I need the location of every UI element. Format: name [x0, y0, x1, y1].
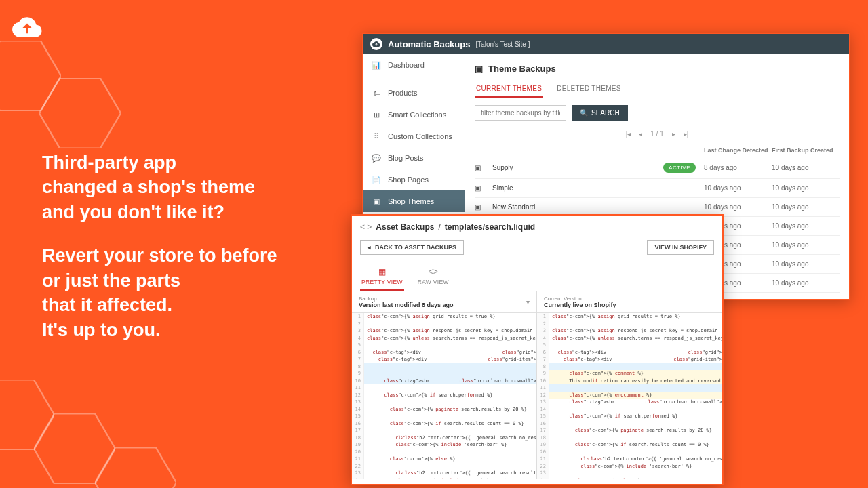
- first-backup: 10 days ago: [772, 279, 840, 287]
- sidebar-item-dashboard[interactable]: 📊Dashboard: [363, 54, 465, 76]
- sidebar-item-blog-posts[interactable]: 💬Blog Posts: [363, 147, 465, 169]
- storefront-icon: ▣: [475, 64, 483, 74]
- backup-pane-header[interactable]: Backup Version last modified 8 days ago …: [352, 291, 536, 313]
- pager-first-icon[interactable]: |◂: [626, 130, 631, 138]
- chevron-down-icon[interactable]: ▾: [526, 298, 530, 306]
- sidebar-item-label: Dashboard: [388, 61, 425, 69]
- svg-marker-3: [34, 413, 115, 483]
- nav-icon: 🏷: [372, 88, 381, 98]
- pager-next-icon[interactable]: ▸: [672, 130, 675, 138]
- svg-marker-0: [0, 41, 61, 110]
- table-row[interactable]: ▣Simple10 days ago10 days ago: [475, 178, 840, 197]
- sidebar-item-custom-collections[interactable]: ⠿Custom Collections: [363, 125, 465, 147]
- sidebar-item-shop-themes[interactable]: ▣Shop Themes: [363, 190, 465, 212]
- sidebar-item-label: Custom Collections: [388, 132, 452, 140]
- first-backup: 10 days ago: [772, 184, 840, 192]
- search-input[interactable]: [475, 105, 566, 121]
- pager-page: 1 / 1: [650, 130, 663, 138]
- first-backup: 10 days ago: [772, 222, 840, 230]
- theme-name: New Standard: [492, 203, 704, 211]
- site-name: [Talon's Test Site ]: [475, 41, 530, 48]
- nav-icon: 📄: [372, 175, 381, 184]
- pager-last-icon[interactable]: ▸|: [684, 130, 689, 138]
- titlebar: Automatic Backups [Talon's Test Site ]: [363, 34, 849, 54]
- sidebar-item-smart-collections[interactable]: ⊞Smart Collections: [363, 104, 465, 125]
- image-icon: ▦: [378, 267, 386, 277]
- sidebar-item-label: Smart Collections: [388, 110, 446, 119]
- page-title: ▣ Theme Backups: [475, 61, 840, 81]
- tab-current-themes[interactable]: CURRENT THEMES: [475, 81, 543, 98]
- cloud-upload-icon: [370, 38, 382, 50]
- sidebar-item-label: Shop Pages: [388, 176, 429, 184]
- sidebar-item-products[interactable]: 🏷Products: [363, 82, 465, 104]
- last-change: 10 days ago: [704, 184, 772, 192]
- first-backup: 10 days ago: [772, 260, 840, 268]
- promo-text: Third-party app changed a shop's theme a…: [42, 150, 277, 342]
- search-icon: 🔍: [580, 109, 588, 117]
- first-backup: 10 days ago: [772, 203, 840, 211]
- code-left: 1class"c-com">{% assign grid_results = t…: [352, 313, 536, 479]
- svg-marker-2: [0, 380, 54, 449]
- pager-prev-icon[interactable]: ◂: [639, 130, 642, 138]
- cloud-upload-icon: [12, 12, 42, 42]
- code-icon: <>: [428, 267, 438, 277]
- theme-name: Supply: [492, 164, 663, 171]
- last-change: 8 days ago: [704, 164, 772, 171]
- back-button[interactable]: ◂ BACK TO ASSET BACKUPS: [360, 240, 464, 255]
- storefront-icon: ▣: [475, 203, 492, 211]
- first-backup: 10 days ago: [772, 298, 840, 299]
- sidebar-item-label: Products: [388, 89, 417, 97]
- sidebar-item-label: Blog Posts: [388, 154, 424, 162]
- tab-raw-view[interactable]: <> RAW VIEW: [416, 264, 450, 291]
- nav-icon: ▣: [372, 197, 381, 206]
- last-change: 10 days ago: [704, 203, 772, 211]
- nav-icon: ⠿: [372, 131, 381, 141]
- table-row[interactable]: ▣SupplyACTIVE8 days ago10 days ago: [475, 157, 840, 178]
- status-badge: ACTIVE: [663, 163, 696, 173]
- tab-pretty-view[interactable]: ▦ PRETTY VIEW: [360, 264, 404, 291]
- sidebar-item-label: Shop Themes: [388, 197, 434, 205]
- current-pane-header: Current Version Currently live on Shopif…: [537, 291, 722, 313]
- code-right: 1class"c-com">{% assign grid_results = t…: [537, 313, 722, 479]
- pager: |◂ ◂ 1 / 1 ▸ ▸|: [475, 127, 840, 144]
- breadcrumb: < > Asset Backups / templates/search.liq…: [352, 216, 722, 239]
- storefront-icon: ▣: [475, 164, 492, 171]
- svg-marker-4: [95, 447, 176, 488]
- app-title: Automatic Backups: [388, 39, 470, 49]
- nav-icon: ⊞: [372, 110, 381, 119]
- svg-marker-1: [39, 78, 121, 148]
- arrow-left-icon: ◂: [368, 244, 371, 251]
- theme-name: Simple: [492, 184, 704, 192]
- tabs: CURRENT THEMES DELETED THEMES: [475, 81, 840, 98]
- tab-deleted-themes[interactable]: DELETED THEMES: [555, 81, 623, 98]
- first-backup: 10 days ago: [772, 164, 840, 171]
- sidebar-item-shop-pages[interactable]: 📄Shop Pages: [363, 169, 465, 190]
- asset-backups-window: < > Asset Backups / templates/search.liq…: [351, 214, 724, 485]
- table-row[interactable]: ▣New Standard10 days ago10 days ago: [475, 197, 840, 216]
- table-header: Last Change Detected First Backup Create…: [475, 144, 840, 157]
- code-icon: < >: [360, 222, 372, 232]
- nav-icon: 📊: [372, 60, 381, 70]
- search-button[interactable]: 🔍 SEARCH: [572, 105, 628, 121]
- nav-icon: 💬: [372, 153, 381, 163]
- storefront-icon: ▣: [475, 184, 492, 192]
- first-backup: 10 days ago: [772, 241, 840, 249]
- view-in-shopify-button[interactable]: VIEW IN SHOPIFY: [647, 240, 714, 255]
